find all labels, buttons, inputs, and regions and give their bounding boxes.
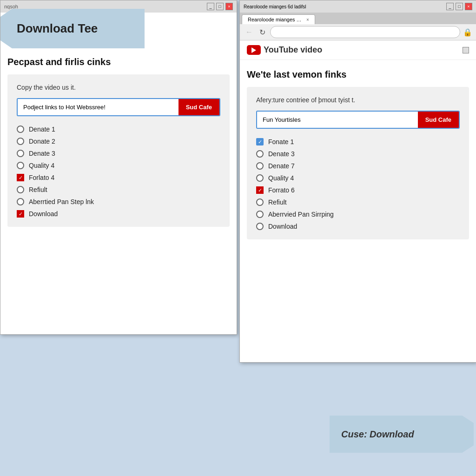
checkbox-forrato6[interactable]: ✓ [256, 186, 264, 194]
close-btn[interactable]: × [225, 3, 233, 10]
option-label: Quality 4 [29, 162, 54, 169]
right-url-input[interactable] [257, 112, 418, 128]
radio-quality4-right[interactable] [256, 174, 264, 182]
option-label: Forlato 4 [29, 174, 54, 181]
option-label: Forrato 6 [268, 186, 295, 194]
active-tab[interactable]: Rearoloode mianges 6d ladifsl × [242, 14, 315, 24]
left-submit-btn[interactable]: Sud Cafe [178, 99, 219, 115]
bottom-bubble-text: Cuse: Download [341, 429, 414, 440]
browser-toolbar: ← ↻ 🔒 [240, 24, 476, 40]
option-label: Download [268, 223, 297, 230]
option-label: Denate 7 [268, 162, 295, 170]
browser-close-btn[interactable]: × [465, 3, 472, 10]
reload-btn[interactable]: ↻ [258, 27, 267, 38]
radio-quality4[interactable] [17, 162, 24, 169]
option-label: Refiult [268, 198, 287, 206]
list-item: ✓ Fonate 1 [256, 138, 460, 145]
option-label: Denate 3 [268, 150, 295, 158]
browser-maximize-btn[interactable]: □ [456, 3, 463, 10]
left-section-heading: Pecpast and firlis cinks [7, 57, 230, 67]
yt-logo-text: YouTube video [264, 45, 322, 55]
right-card-description: Afery:ture contriee of þmout tyist t. [256, 96, 460, 104]
yt-play-icon [251, 47, 256, 53]
titlebar-controls: _ □ × [207, 3, 233, 10]
left-content-card: Copy the video us it. Sud Cafe Denate 1 … [7, 74, 230, 227]
list-item: Aberrtied Pan Step lnk [17, 198, 220, 205]
maximize-btn[interactable]: □ [216, 3, 224, 10]
radio-denate7[interactable] [256, 162, 264, 170]
option-label: Quality 4 [268, 174, 294, 182]
left-options-list: Denate 1 Donate 2 Denate 3 Quality 4 ✓ F… [17, 126, 220, 218]
radio-refiult-right[interactable] [256, 198, 264, 206]
left-address-hint: nqsoh [4, 4, 18, 9]
left-url-input[interactable] [18, 99, 178, 115]
lock-icon: 🔒 [463, 28, 472, 37]
tab-label: Rearoloode mianges 6d ladifsl [248, 17, 304, 22]
browser-chrome: Rearoloode mianges 6d ladifsl _ □ × Rear… [240, 0, 476, 40]
list-item: Donate 2 [17, 138, 220, 145]
list-item: ✓ Forrato 6 [256, 186, 460, 194]
option-label: Refiult [29, 186, 47, 193]
list-item: Quality 4 [256, 174, 460, 182]
right-window: Rearoloode mianges 6d ladifsl _ □ × Rear… [239, 0, 476, 363]
option-label: Denate 1 [29, 126, 55, 133]
right-input-row: Sud Cafe [256, 111, 460, 129]
option-label: Aberrtied Pan Step lnk [29, 198, 94, 205]
browser-titlebar: Rearoloode mianges 6d ladifsl _ □ × [240, 0, 476, 13]
list-item: Refiult [17, 186, 220, 193]
bubble-title: Download Tee [17, 21, 98, 36]
browser-win-controls: _ □ × [446, 3, 472, 10]
left-card-description: Copy the video us it. [17, 84, 220, 91]
left-window: nqsoh _ □ × Download Tee Pecpast and fir… [0, 0, 237, 335]
option-label: Aberrvied Pan Sirrping [268, 211, 334, 218]
bottom-right-bubble: Cuse: Download [330, 416, 474, 453]
list-item: Denate 1 [17, 126, 220, 133]
browser-minimize-btn[interactable]: _ [446, 3, 454, 10]
checkbox-forlato4[interactable]: ✓ [17, 174, 24, 181]
right-content-area: We'te last vemon finks Afery:ture contri… [240, 60, 476, 249]
radio-refiult[interactable] [17, 186, 24, 193]
minimize-btn[interactable]: _ [207, 3, 214, 10]
list-item: ✓ Forlato 4 [17, 174, 220, 181]
list-item: Refiult [256, 198, 460, 206]
list-item: ✓ Download [17, 210, 220, 218]
option-label: Fonate 1 [268, 138, 294, 145]
list-item: Denate 7 [256, 162, 460, 170]
option-label: Denate 3 [29, 150, 55, 157]
radio-aberrtied[interactable] [17, 198, 24, 205]
list-item: Denate 3 [17, 150, 220, 157]
list-item: Denate 3 [256, 150, 460, 158]
radio-download-right[interactable] [256, 223, 264, 230]
checkbox-download[interactable]: ✓ [17, 210, 24, 218]
radio-denate3[interactable] [256, 150, 264, 158]
list-item: Download [256, 223, 460, 230]
left-content-area: Pecpast and firlis cinks Copy the video … [0, 47, 237, 236]
checkbox-fonate1[interactable]: ✓ [256, 138, 264, 145]
yt-logo-bar: YouTube video [240, 40, 476, 60]
list-item: Quality 4 [17, 162, 220, 169]
radio-denate1[interactable] [17, 126, 24, 133]
back-btn[interactable]: ← [244, 27, 255, 37]
window-title-text: Rearoloode mianges 6d ladifsl [244, 4, 306, 9]
radio-aberrvied[interactable] [256, 211, 264, 218]
left-input-row: Sud Cafe [17, 98, 220, 116]
left-speech-bubble: Download Tee [0, 9, 145, 48]
radio-donate2[interactable] [17, 138, 24, 145]
tab-close-icon[interactable]: × [306, 17, 309, 22]
address-bar[interactable] [270, 26, 460, 38]
option-label: Download [29, 210, 58, 218]
option-label: Donate 2 [29, 138, 55, 145]
youtube-icon [247, 45, 261, 55]
page-maximize-icon[interactable] [463, 47, 469, 53]
right-section-heading: We'te last vemon finks [247, 69, 469, 80]
browser-tabs: Rearoloode mianges 6d ladifsl × [240, 13, 476, 24]
right-submit-btn[interactable]: Sud Cafe [418, 112, 459, 128]
right-content-card: Afery:ture contriee of þmout tyist t. Su… [247, 87, 469, 239]
radio-denate3[interactable] [17, 150, 24, 157]
right-options-list: ✓ Fonate 1 Denate 3 Denate 7 Quality 4 ✓ [256, 138, 460, 230]
list-item: Aberrvied Pan Sirrping [256, 211, 460, 218]
